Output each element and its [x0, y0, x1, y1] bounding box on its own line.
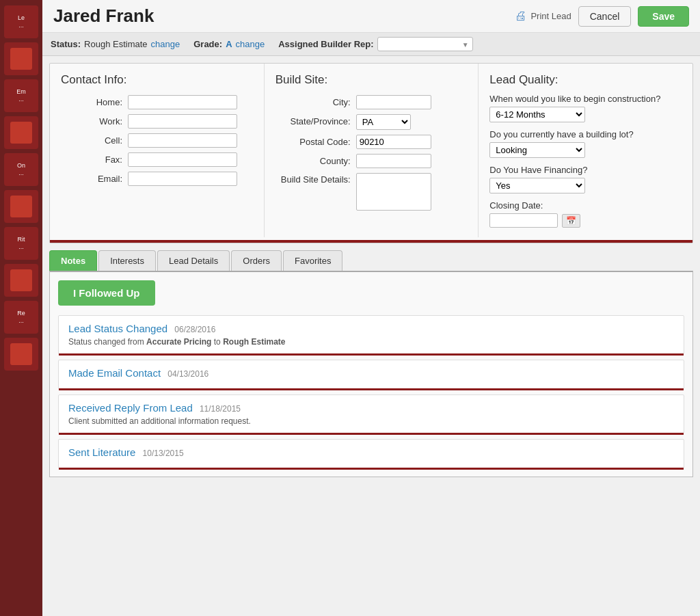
build-site-col: Build Site: City: State/Province: PA Pos… — [265, 64, 479, 237]
note-title-2: Made Email Contact 04/13/2016 — [68, 367, 674, 379]
note-title-4: Sent Literature 10/13/2015 — [68, 446, 674, 458]
save-button[interactable]: Save — [638, 6, 689, 27]
construction-question: When would you like to begin constructio… — [489, 94, 682, 104]
contact-info-col: Contact Info: Home: Work: Cell: Fax: — [50, 64, 265, 237]
financing-select[interactable]: Yes No Not Sure — [489, 178, 585, 193]
note-entry-4: Sent Literature 10/13/2015 — [58, 439, 684, 468]
home-input[interactable] — [128, 95, 237, 109]
note-date-1: 06/28/2016 — [174, 325, 215, 334]
city-row: City: — [275, 95, 468, 109]
grade-change-link[interactable]: change — [236, 39, 265, 49]
county-label: County: — [275, 154, 351, 166]
cell-input[interactable] — [128, 133, 237, 148]
calendar-button[interactable]: 📅 — [562, 214, 580, 228]
header-actions: 🖨 Print Lead Cancel Save — [515, 6, 689, 27]
tabs-container: Notes Interests Lead Details Orders Favo… — [49, 250, 693, 271]
work-input[interactable] — [128, 114, 237, 129]
work-label: Work: — [61, 116, 122, 126]
closing-date-input[interactable] — [489, 213, 558, 228]
sidebar-item-9[interactable]: Re... — [4, 301, 38, 334]
sidebar-item-8[interactable] — [4, 264, 38, 297]
lead-quality-title: Lead Quality: — [489, 73, 682, 87]
followed-up-button[interactable]: I Followed Up — [58, 280, 155, 306]
printer-icon: 🖨 — [515, 9, 527, 23]
header: Jared Frank 🖨 Print Lead Cancel Save — [42, 0, 700, 33]
city-input[interactable] — [356, 95, 431, 109]
note-body-1: Status changed from Accurate Pricing to … — [68, 337, 674, 347]
assigned-rep-label: Assigned Builder Rep: — [278, 39, 373, 49]
tab-interests[interactable]: Interests — [98, 250, 156, 271]
postal-row: Postal Code: — [275, 135, 468, 149]
home-label: Home: — [61, 97, 122, 107]
note-body-3: Client submitted an additional informati… — [68, 416, 674, 426]
tab-content-notes: I Followed Up Lead Status Changed 06/28/… — [49, 271, 693, 477]
note-title-text-2: Made Email Contact — [68, 367, 161, 379]
lead-quality-col: Lead Quality: When would you like to beg… — [479, 64, 692, 237]
form-columns: Contact Info: Home: Work: Cell: Fax: — [50, 64, 692, 237]
note-entry-3: Received Reply From Lead 11/18/2015 Clie… — [58, 394, 684, 433]
note-date-2: 04/13/2016 — [167, 369, 208, 379]
note-title-1: Lead Status Changed 06/28/2016 — [68, 323, 674, 334]
note-entry-2: Made Email Contact 04/13/2016 — [58, 360, 684, 389]
sidebar-item-1[interactable]: Le... — [4, 5, 38, 38]
assigned-rep-select[interactable] — [377, 37, 473, 51]
status-label: Status: — [51, 39, 81, 49]
tab-lead-details[interactable]: Lead Details — [157, 250, 230, 271]
grade-value: A — [226, 39, 232, 49]
sidebar-item-10[interactable] — [4, 338, 38, 371]
assigned-rep-item: Assigned Builder Rep: — [278, 37, 472, 51]
form-bottom-border — [50, 240, 692, 243]
note-title-3: Received Reply From Lead 11/18/2015 — [68, 402, 674, 414]
sidebar-item-2[interactable] — [4, 42, 38, 75]
fax-row: Fax: — [61, 152, 253, 167]
cell-row: Cell: — [61, 133, 253, 148]
cancel-button[interactable]: Cancel — [578, 6, 632, 27]
state-select[interactable]: PA — [356, 114, 411, 130]
build-site-title: Build Site: — [275, 73, 468, 87]
status-value: Rough Estimate — [84, 39, 148, 49]
closing-date-label: Closing Date: — [489, 200, 682, 211]
sidebar-item-7[interactable]: Rit... — [4, 227, 38, 260]
print-lead-button[interactable]: 🖨 Print Lead — [515, 9, 571, 23]
sidebar-item-4[interactable] — [4, 116, 38, 149]
note-date-4: 10/13/2015 — [143, 448, 184, 458]
county-row: County: — [275, 154, 468, 168]
tab-orders[interactable]: Orders — [231, 250, 282, 271]
financing-question: Do You Have Financing? — [489, 165, 682, 175]
county-input[interactable] — [356, 154, 431, 168]
note-title-text-1: Lead Status Changed — [68, 323, 167, 334]
build-site-details-textarea[interactable] — [356, 173, 431, 211]
state-label: State/Province: — [275, 114, 351, 126]
fax-input[interactable] — [128, 152, 237, 167]
postal-label: Postal Code: — [275, 135, 351, 147]
note-entry-1: Lead Status Changed 06/28/2016 Status ch… — [58, 315, 684, 354]
print-lead-label: Print Lead — [530, 11, 571, 21]
sidebar-item-6[interactable] — [4, 190, 38, 223]
closing-date-row: 📅 — [489, 213, 682, 228]
sidebar: Le... Em... On... Rit... Re... — [0, 0, 42, 616]
lead-name: Jared Frank — [53, 5, 154, 27]
build-details-row: Build Site Details: — [275, 173, 468, 211]
lot-select[interactable]: Looking Yes No — [489, 142, 585, 158]
work-row: Work: — [61, 114, 253, 129]
tabs: Notes Interests Lead Details Orders Favo… — [49, 250, 693, 271]
form-area: Contact Info: Home: Work: Cell: Fax: — [49, 63, 693, 243]
sidebar-item-3[interactable]: Em... — [4, 79, 38, 112]
tab-notes[interactable]: Notes — [49, 250, 97, 271]
build-details-label: Build Site Details: — [275, 173, 351, 186]
note-date-3: 11/18/2015 — [200, 404, 241, 414]
lot-question: Do you currently have a building lot? — [489, 129, 682, 139]
email-input[interactable] — [128, 172, 237, 186]
tab-favorites[interactable]: Favorites — [283, 250, 342, 271]
sidebar-item-5[interactable]: On... — [4, 153, 38, 186]
contact-info-title: Contact Info: — [61, 73, 253, 87]
note-title-text-4: Sent Literature — [68, 446, 135, 458]
postal-input[interactable] — [356, 135, 431, 149]
grade-label: Grade: — [193, 39, 222, 49]
note-title-text-3: Received Reply From Lead — [68, 402, 193, 414]
home-row: Home: — [61, 95, 253, 109]
fax-label: Fax: — [61, 155, 122, 165]
construction-select[interactable]: 6-12 Months 0-3 Months 3-6 Months 12+ Mo… — [489, 107, 585, 122]
assigned-rep-wrapper — [377, 37, 473, 51]
status-change-link[interactable]: change — [151, 39, 180, 49]
